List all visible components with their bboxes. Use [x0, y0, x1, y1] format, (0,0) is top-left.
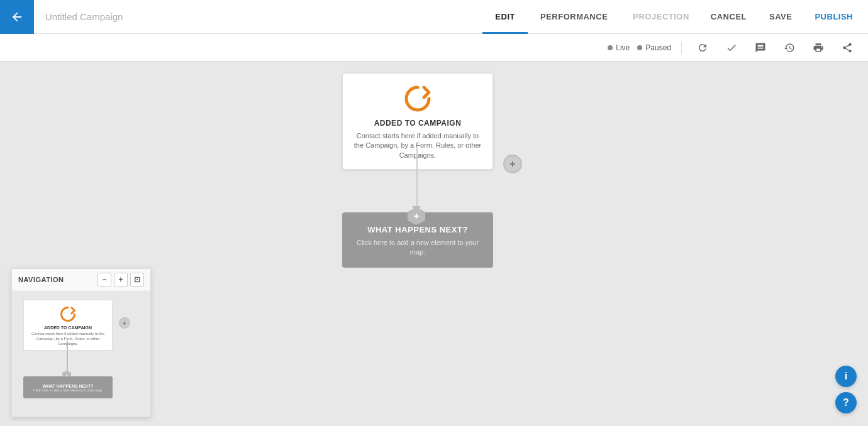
print-icon-button[interactable]: [808, 37, 829, 58]
history-icon-button[interactable]: [779, 37, 800, 58]
mini-added-title: ADDED TO CAMPAIGN: [29, 325, 107, 330]
added-to-campaign-title: ADDED TO CAMPAIGN: [352, 119, 484, 128]
mini-next-title: WHAT HAPPENS NEXT?: [28, 384, 108, 388]
tab-projection: PROJECTION: [620, 0, 702, 34]
navigation-panel: NAVIGATION − + ⊡ ADDED TO CAMPAIGN Conta…: [11, 268, 151, 417]
mini-side-plus: +: [119, 317, 130, 329]
campaign-title: Untitled Campaign: [34, 11, 482, 22]
status-divider: [681, 41, 682, 54]
checklist-icon-button[interactable]: [721, 37, 742, 58]
mini-added-icon: [59, 305, 77, 323]
what-happens-next-title: WHAT HAPPENS NEXT?: [351, 225, 484, 234]
cancel-button[interactable]: CANCEL: [702, 8, 755, 25]
top-bar: Untitled Campaign EDIT PERFORMANCE PROJE…: [0, 0, 868, 34]
mini-node-added: ADDED TO CAMPAIGN Contact starts here if…: [23, 300, 113, 351]
tab-edit[interactable]: EDIT: [482, 0, 528, 34]
top-actions: CANCEL SAVE PUBLISH: [702, 8, 868, 25]
share-icon-button[interactable]: [837, 37, 858, 58]
paused-status: Paused: [637, 43, 671, 52]
connector-line: [416, 148, 418, 211]
paused-dot: [637, 45, 642, 50]
publish-button[interactable]: PUBLISH: [806, 8, 862, 25]
live-status: Live: [608, 43, 630, 52]
live-label: Live: [616, 43, 630, 52]
live-dot: [608, 45, 613, 50]
second-bar: Live Paused: [0, 34, 868, 62]
nav-zoom-out-button[interactable]: −: [97, 273, 111, 287]
side-add-button[interactable]: +: [503, 155, 522, 173]
help-fab-button[interactable]: ?: [835, 392, 857, 413]
back-button[interactable]: [0, 0, 34, 34]
added-to-campaign-icon: [403, 84, 433, 114]
mini-connector: [67, 341, 68, 376]
paused-label: Paused: [645, 43, 671, 52]
mini-added-desc: Contact starts here if added manually to…: [29, 332, 107, 346]
navigation-controls: − + ⊡: [97, 273, 144, 287]
navigation-minimap: ADDED TO CAMPAIGN Contact starts here if…: [12, 291, 150, 417]
nav-tabs: EDIT PERFORMANCE PROJECTION: [482, 0, 701, 33]
navigation-panel-header: NAVIGATION − + ⊡: [12, 269, 150, 291]
refresh-icon-button[interactable]: [692, 37, 713, 58]
mini-node-next: WHAT HAPPENS NEXT? Click here to add a n…: [23, 376, 113, 398]
node-added-to-campaign[interactable]: ADDED TO CAMPAIGN Contact starts here if…: [342, 73, 493, 170]
message-icon-button[interactable]: [750, 37, 771, 58]
nav-fit-button[interactable]: ⊡: [130, 273, 144, 287]
canvas: ADDED TO CAMPAIGN Contact starts here if…: [0, 62, 868, 426]
save-button[interactable]: SAVE: [760, 8, 801, 25]
tab-performance[interactable]: PERFORMANCE: [528, 0, 620, 34]
added-to-campaign-desc: Contact starts here if added manually to…: [352, 131, 484, 160]
navigation-panel-title: NAVIGATION: [18, 276, 64, 283]
info-fab-button[interactable]: i: [835, 366, 857, 387]
what-happens-next-desc: Click here to add a new element to your …: [351, 238, 484, 258]
mini-next-desc: Click here to add a new element to your …: [28, 388, 108, 392]
nav-zoom-in-button[interactable]: +: [114, 273, 128, 287]
